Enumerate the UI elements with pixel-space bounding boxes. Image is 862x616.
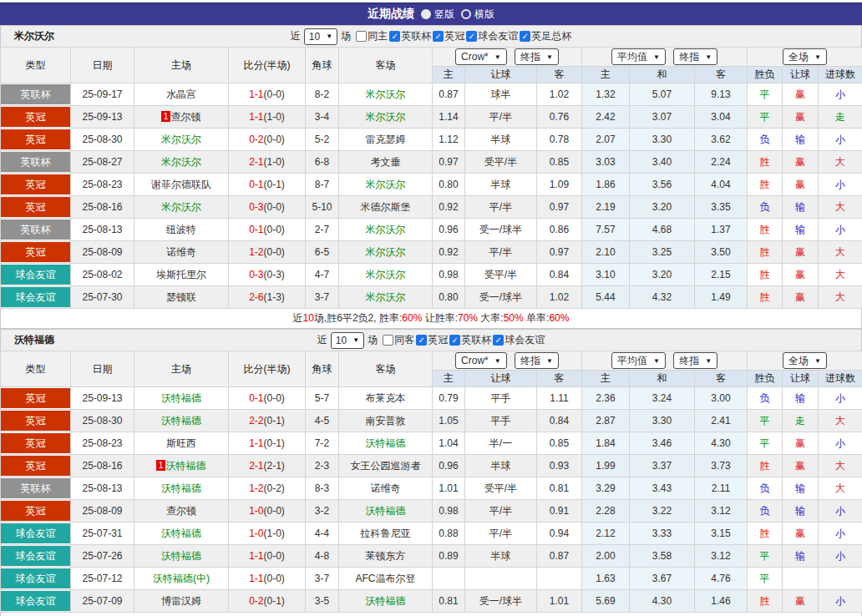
- odds-away: 0.85: [537, 151, 582, 174]
- col-handicap: 让球: [465, 371, 537, 387]
- fulltime-score: 1-0: [249, 528, 263, 539]
- handicap: [465, 568, 537, 590]
- checkbox-checked-icon[interactable]: ✓: [449, 335, 460, 346]
- col-result-goals: 进球数: [819, 371, 862, 387]
- league-filter-英联杯[interactable]: ✓英联杯: [388, 29, 431, 43]
- fulltime-select[interactable]: 全场▼: [783, 48, 827, 65]
- avg-home: 2.36: [582, 387, 630, 410]
- checkbox-checked-icon[interactable]: ✓: [493, 335, 504, 346]
- halftime-score: (0-1): [264, 179, 285, 190]
- halftime-score: (0-0): [264, 201, 285, 213]
- corners: 2-7: [306, 219, 339, 241]
- checkbox-checked-icon[interactable]: ✓: [416, 335, 427, 346]
- result-handicap: 输: [783, 477, 819, 500]
- match-count-select[interactable]: 10▼: [331, 332, 364, 349]
- score-cell: 2-2(0-1): [229, 410, 306, 432]
- league-type-cell: 球会友谊: [1, 264, 71, 286]
- layout-option-vertical[interactable]: 竖版: [421, 8, 454, 22]
- league-type-cell: 英联杯: [1, 151, 71, 174]
- away-team-name: 米尔沃尔: [366, 269, 406, 280]
- checkbox-checked-icon[interactable]: ✓: [466, 31, 477, 42]
- checkbox-unchecked-icon[interactable]: [356, 31, 367, 42]
- league-filter-英冠[interactable]: ✓英冠: [414, 333, 448, 347]
- halftime-score: (0-1): [264, 415, 285, 427]
- col-avg-home: 主: [582, 67, 630, 83]
- corners: 4-4: [306, 523, 339, 545]
- odds-away: 1.01: [537, 590, 582, 613]
- league-type-cell: 英冠: [1, 410, 71, 432]
- result-handicap: [783, 568, 819, 590]
- avg-time-select[interactable]: 终指▼: [673, 48, 717, 65]
- away-team-name: 沃特福德: [366, 505, 406, 517]
- result-wdl: 胜: [748, 590, 783, 613]
- league-type-badge: 英冠: [1, 388, 70, 408]
- match-date: 25-08-09: [71, 500, 134, 523]
- col-date: 日期: [71, 351, 134, 387]
- league-filter-球会友谊[interactable]: ✓球会友谊: [464, 29, 518, 43]
- summary-segment: 场,胜6平2负2, 胜率:: [314, 312, 402, 324]
- odds-time-select[interactable]: 终指▼: [515, 48, 559, 65]
- checkbox-unchecked-icon[interactable]: [383, 335, 393, 346]
- halftime-score: (1-0): [264, 156, 285, 168]
- result-goals: 小: [819, 387, 862, 410]
- odds-away: 0.84: [537, 410, 582, 432]
- match-row: 英冠25-08-09诺维奇1-2(0-0)6-5米尔沃尔0.92平/半0.972…: [1, 241, 862, 264]
- same-venue-filter[interactable]: 同客: [381, 333, 414, 347]
- checkbox-checked-icon[interactable]: ✓: [389, 31, 400, 42]
- layout-option-horizontal[interactable]: 横版: [461, 8, 494, 22]
- radio-unselected-icon[interactable]: [461, 9, 471, 19]
- page-title: 近期战绩: [368, 7, 414, 22]
- avg-away: 1.46: [695, 590, 748, 613]
- score-cell: 1-2(0-0): [229, 241, 306, 264]
- checkbox-checked-icon[interactable]: ✓: [520, 31, 530, 42]
- odds-company-select[interactable]: Crow*▼: [455, 48, 507, 65]
- fulltime-select[interactable]: 全场▼: [783, 352, 827, 369]
- halftime-score: (0-2): [264, 482, 285, 494]
- league-type-badge: 英联杯: [1, 478, 70, 498]
- handicap: 半球: [465, 129, 537, 151]
- league-filter-label: 英足总杯: [531, 29, 571, 43]
- odds-home: 0.98: [433, 264, 465, 286]
- avg-source-group: 平均值▼ 终指▼: [582, 351, 748, 371]
- avg-draw: 3.22: [630, 500, 695, 523]
- league-type-cell: 英冠: [1, 500, 71, 523]
- corners: 7-2: [306, 432, 339, 455]
- result-handicap: 走: [783, 410, 819, 432]
- handicap: 受一/球半: [465, 219, 537, 241]
- checkbox-checked-icon[interactable]: ✓: [433, 31, 444, 42]
- fulltime-score: 1-0: [249, 505, 263, 517]
- league-filter-球会友谊[interactable]: ✓球会友谊: [491, 333, 545, 347]
- match-count-select[interactable]: 10▼: [304, 28, 337, 45]
- avg-select[interactable]: 平均值▼: [611, 48, 666, 65]
- away-team: 诺维奇: [339, 477, 433, 500]
- summary-segment: 60%: [402, 312, 422, 324]
- team-filter-row: 沃特福德 近 10▼ 场 同客 ✓英冠✓英联杯✓球会友谊: [0, 329, 862, 351]
- score-cell: 0-2(0-0): [229, 129, 306, 151]
- league-type-badge: 英冠: [1, 129, 70, 149]
- league-filter-英冠[interactable]: ✓英冠: [431, 29, 464, 43]
- chevron-down-icon: ▼: [814, 357, 821, 365]
- league-type-cell: 英联杯: [1, 83, 71, 106]
- league-filter-label: 英联杯: [461, 333, 491, 347]
- odds-time-select[interactable]: 终指▼: [515, 352, 559, 369]
- avg-home: 2.12: [582, 523, 630, 545]
- league-filter-英足总杯[interactable]: ✓英足总杯: [518, 29, 571, 43]
- col-avg-draw: 和: [630, 67, 695, 83]
- avg-select[interactable]: 平均值▼: [611, 352, 666, 369]
- avg-away: 3.04: [695, 106, 748, 129]
- corners: 3-5: [306, 590, 339, 613]
- home-team: 米尔沃尔: [134, 151, 229, 174]
- same-venue-filter[interactable]: 同主: [354, 29, 388, 43]
- avg-time-select[interactable]: 终指▼: [673, 352, 717, 369]
- score-cell: 0-2(0-1): [229, 590, 306, 613]
- radio-selected-icon[interactable]: [421, 9, 431, 19]
- match-row: 英冠25-08-16米尔沃尔0-3(0-0)5-10米德尔斯堡0.92平/半0.…: [1, 196, 862, 219]
- match-row: 英联杯25-09-17水晶宫1-1(0-0)8-2米尔沃尔0.87球半1.021…: [1, 83, 862, 106]
- odds-company-select[interactable]: Crow*▼: [455, 352, 507, 369]
- league-filter-英联杯[interactable]: ✓英联杯: [448, 333, 491, 347]
- result-goals: 大: [819, 455, 862, 477]
- home-team: 查尔顿: [134, 500, 229, 523]
- fulltime-score: 0-2: [249, 595, 263, 607]
- halftime-score: (0-0): [264, 88, 285, 100]
- league-type-badge: 英联杯: [1, 220, 70, 240]
